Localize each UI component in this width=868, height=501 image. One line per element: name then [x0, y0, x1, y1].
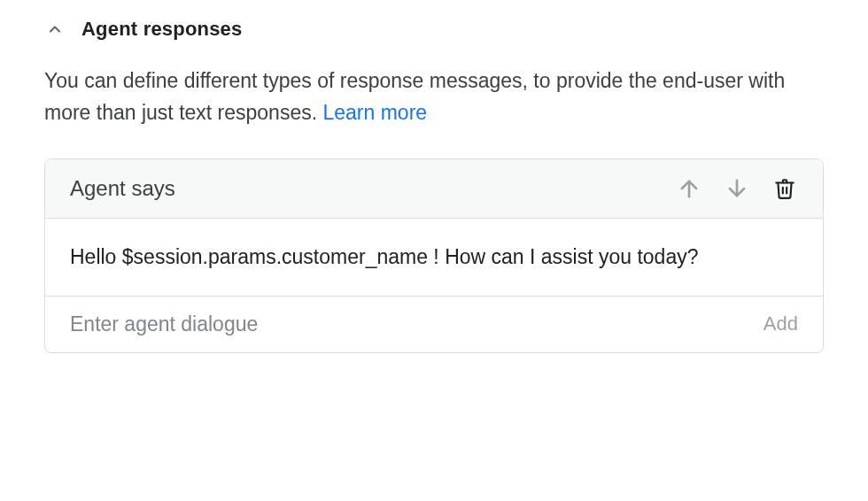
response-text[interactable]: Hello $session.params.customer_name ! Ho… — [70, 242, 798, 273]
arrow-down-icon — [725, 176, 749, 201]
card-header-actions — [676, 175, 798, 202]
move-up-button[interactable] — [676, 175, 702, 202]
add-button[interactable]: Add — [763, 312, 798, 335]
learn-more-link[interactable]: Learn more — [323, 101, 428, 124]
delete-button[interactable] — [771, 175, 798, 202]
section-description: You can define different types of respon… — [44, 66, 824, 128]
arrow-up-icon — [677, 176, 701, 201]
collapse-toggle[interactable] — [44, 19, 66, 40]
card-footer: Enter agent dialogue Add — [45, 297, 823, 352]
dialogue-input[interactable]: Enter agent dialogue — [70, 312, 258, 336]
section-title: Agent responses — [81, 18, 243, 41]
move-down-button[interactable] — [724, 175, 750, 202]
chevron-up-icon — [46, 20, 64, 38]
section-header: Agent responses — [44, 18, 824, 41]
agent-says-card: Agent says — [44, 158, 824, 353]
trash-icon — [773, 177, 796, 200]
card-header-title: Agent says — [70, 176, 175, 201]
card-body: Hello $session.params.customer_name ! Ho… — [45, 219, 823, 297]
card-header: Agent says — [45, 159, 823, 219]
